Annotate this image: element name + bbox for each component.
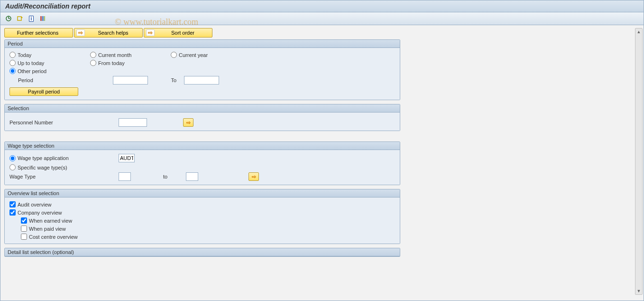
radio-current-month[interactable]: Current month <box>90 52 171 58</box>
radio-current-month-label: Current month <box>98 52 131 58</box>
check-audit-label: Audit overview <box>18 202 52 207</box>
title-bar: Audit/Reconciliation report <box>0 0 644 12</box>
page-title: Audit/Reconciliation report <box>5 2 91 10</box>
execute-icon[interactable] <box>4 14 13 23</box>
vertical-scrollbar[interactable]: ▲ ▼ <box>635 28 643 295</box>
selection-buttons-row: Further selections ⇨ Search helps ⇨ Sort… <box>4 28 640 38</box>
search-helps-button[interactable]: ⇨ Search helps <box>74 28 143 38</box>
svg-rect-5 <box>42 16 44 21</box>
content-area: ▲ ▼ Further selections ⇨ Search helps ⇨ … <box>0 25 644 298</box>
detail-group-title: Detail list selection (optional) <box>5 248 400 256</box>
radio-from-today-label: From today <box>98 60 125 66</box>
overview-group-title: Overview list selection <box>5 189 400 198</box>
further-selections-button[interactable]: Further selections <box>4 28 73 38</box>
arrow-right-icon: ⇨ <box>146 29 155 36</box>
radio-other-period[interactable]: Other period <box>9 68 90 74</box>
wage-type-group-title: Wage type selection <box>5 142 400 150</box>
multiple-selection-button[interactable]: ⇨ <box>183 118 193 127</box>
further-selections-label: Further selections <box>7 30 69 36</box>
check-when-paid[interactable]: When paid view <box>21 226 395 232</box>
overview-group: Overview list selection Audit overview C… <box>4 189 400 244</box>
radio-specific-wage-label: Specific wage type(s) <box>18 165 67 170</box>
scroll-up-icon[interactable]: ▲ <box>637 29 641 34</box>
radio-other-period-label: Other period <box>18 68 46 74</box>
period-from-input[interactable] <box>113 76 148 85</box>
payroll-period-button[interactable]: Payroll period <box>9 87 78 96</box>
selection-group: Selection Personnel Number ⇨ <box>4 104 400 131</box>
wage-type-from-input[interactable] <box>119 172 131 181</box>
check-audit-overview[interactable]: Audit overview <box>9 201 395 207</box>
wage-type-label: Wage Type <box>9 174 115 179</box>
radio-wage-type-application[interactable]: Wage type application <box>9 155 115 161</box>
wage-to-label: to <box>135 174 182 179</box>
svg-rect-3 <box>18 17 21 20</box>
period-to-label: To <box>152 77 180 83</box>
search-helps-label: Search helps <box>88 30 138 36</box>
info-icon[interactable]: i <box>27 14 36 23</box>
sort-order-label: Sort order <box>157 30 208 36</box>
wage-type-to-input[interactable] <box>186 172 198 181</box>
main-toolbar: i <box>0 12 644 25</box>
check-company-label: Company overview <box>18 210 62 216</box>
check-company-overview[interactable]: Company overview <box>9 209 395 216</box>
period-group-title: Period <box>5 40 400 48</box>
svg-rect-6 <box>44 16 45 21</box>
get-variant-icon[interactable] <box>16 14 24 23</box>
selection-group-title: Selection <box>5 104 400 113</box>
wage-app-input[interactable] <box>119 154 135 162</box>
wage-type-group: Wage type selection Wage type applicatio… <box>4 141 400 185</box>
sort-order-button[interactable]: ⇨ Sort order <box>144 28 212 38</box>
radio-from-today[interactable]: From today <box>90 60 171 66</box>
check-when-earned-label: When earned view <box>29 218 72 224</box>
wage-multiple-selection-button[interactable]: ⇨ <box>248 172 259 181</box>
scroll-down-icon[interactable]: ▼ <box>637 289 641 293</box>
period-to-input[interactable] <box>184 76 219 85</box>
arrow-right-icon: ⇨ <box>76 29 85 36</box>
personnel-number-label: Personnel Number <box>9 120 115 125</box>
payroll-period-label: Payroll period <box>28 89 60 94</box>
radio-up-to-today-label: Up to today <box>18 60 44 66</box>
radio-up-to-today[interactable]: Up to today <box>9 60 90 66</box>
radio-today-label: Today <box>18 52 31 58</box>
app-frame: Audit/Reconciliation report i © www.tuto… <box>0 0 644 301</box>
check-cost-centre[interactable]: Cost centre overview <box>21 234 395 240</box>
detail-group: Detail list selection (optional) <box>4 248 400 257</box>
radio-current-year-label: Current year <box>179 52 208 58</box>
check-when-earned[interactable]: When earned view <box>21 217 395 224</box>
period-label: Period <box>9 77 109 83</box>
radio-specific-wage-types[interactable]: Specific wage type(s) <box>9 164 115 170</box>
personnel-number-input[interactable] <box>119 118 147 127</box>
radio-wage-type-app-label: Wage type application <box>18 155 69 161</box>
svg-rect-4 <box>40 16 42 21</box>
check-cost-centre-label: Cost centre overview <box>29 234 78 240</box>
check-when-paid-label: When paid view <box>29 226 66 232</box>
radio-current-year[interactable]: Current year <box>171 52 251 58</box>
period-group: Period Today Current month Current year … <box>4 39 400 100</box>
radio-today[interactable]: Today <box>9 52 90 58</box>
selection-screen-help-icon[interactable] <box>38 14 47 23</box>
